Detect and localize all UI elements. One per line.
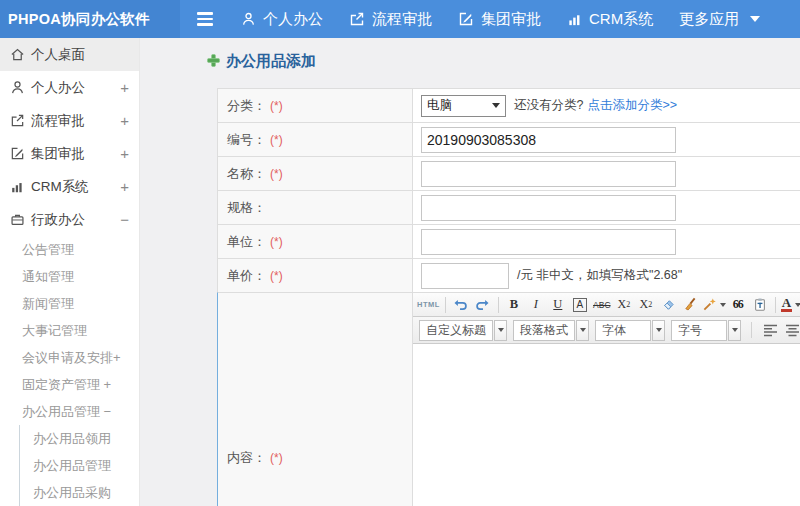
- flow-icon: [9, 113, 25, 128]
- sidebar-item-meeting-mgmt[interactable]: 会议申请及安排+: [0, 344, 139, 371]
- home-icon: [9, 47, 25, 62]
- editor-toolbar-row2: 自定义标题 段落格式 字体 字号: [413, 317, 800, 344]
- sidebar-item-announcement-mgmt[interactable]: 公告管理: [0, 236, 139, 263]
- bar-chart-icon: [567, 12, 582, 27]
- paragraph-format-dropdown[interactable]: 段落格式: [513, 320, 575, 341]
- hamburger-menu-icon[interactable]: [197, 12, 213, 26]
- sidebar-item-supplies-requisition[interactable]: 办公用品领用: [20, 425, 139, 452]
- sidebar-item-process-approval[interactable]: 流程审批 +: [0, 104, 139, 137]
- sidebar-item-admin-office[interactable]: 行政办公 −: [0, 203, 139, 236]
- category-label: 分类：: [227, 97, 266, 115]
- paste-text-clipboard-icon[interactable]: [750, 295, 770, 315]
- flow-icon: [349, 11, 365, 27]
- add-icon: [207, 53, 220, 70]
- app-logo: PHPOA协同办公软件: [0, 0, 180, 38]
- caret-down-icon: [750, 16, 760, 22]
- sidebar-item-news-mgmt[interactable]: 新闻管理: [0, 290, 139, 317]
- form-row-price: 单价： (*) /元 非中文，如填写格式"2.68": [217, 258, 800, 292]
- undo-icon[interactable]: [451, 295, 471, 315]
- form-row-name: 名称： (*): [217, 156, 800, 190]
- sidebar-item-supplies-manage[interactable]: 办公用品管理: [20, 452, 139, 479]
- price-input[interactable]: [421, 263, 509, 289]
- code-input[interactable]: [421, 127, 676, 153]
- top-nav: 个人办公 流程审批 集团审批 CRM系统 更多应用: [241, 10, 760, 29]
- sidebar-item-fixed-assets-mgmt[interactable]: 固定资产管理 +: [0, 371, 139, 398]
- italic-button[interactable]: I: [526, 295, 546, 315]
- add-category-link[interactable]: 点击添加分类>>: [587, 97, 677, 114]
- price-hint: /元 非中文，如填写格式"2.68": [517, 267, 682, 284]
- category-hint: 还没有分类?: [514, 97, 583, 114]
- bordered-text-button[interactable]: A: [570, 295, 590, 315]
- auto-typeset-wand-icon[interactable]: [702, 295, 726, 315]
- required-mark: (*): [270, 99, 283, 113]
- sidebar-item-notice-mgmt[interactable]: 通知管理: [0, 263, 139, 290]
- code-label: 编号：: [227, 131, 266, 149]
- page-title: 办公用品添加: [207, 52, 800, 71]
- custom-heading-dropdown[interactable]: 自定义标题: [419, 320, 493, 341]
- sidebar-item-personal-desktop[interactable]: 个人桌面: [0, 38, 139, 71]
- font-family-dropdown[interactable]: 字体: [595, 320, 651, 341]
- price-label: 单价：: [227, 267, 266, 285]
- sidebar-item-supplies-purchase[interactable]: 办公用品采购: [20, 479, 139, 506]
- form-row-spec: 规格：: [217, 190, 800, 224]
- form-row-content: 内容： (*) HTML B I U A AB: [217, 292, 800, 506]
- sidebar-item-office-supplies-mgmt[interactable]: 办公用品管理 −: [0, 398, 139, 425]
- underline-button[interactable]: U: [548, 295, 568, 315]
- strikethrough-button[interactable]: ABC: [592, 295, 612, 315]
- required-mark: (*): [270, 235, 283, 249]
- category-select[interactable]: 电脑: [421, 95, 506, 117]
- font-color-button[interactable]: A: [781, 295, 800, 315]
- spec-input[interactable]: [421, 195, 676, 221]
- sidebar: 个人桌面 个人办公 + 流程审批 + 集团审批 + CRM系统 + 行政办公 −…: [0, 38, 140, 506]
- editor-content[interactable]: [413, 344, 800, 506]
- nav-process-approval[interactable]: 流程审批: [349, 10, 432, 29]
- form-row-code: 编号： (*): [217, 122, 800, 156]
- required-mark: (*): [270, 133, 283, 147]
- bar-chart-icon: [9, 180, 25, 194]
- form-row-unit: 单位： (*): [217, 224, 800, 258]
- unit-label: 单位：: [227, 233, 266, 251]
- name-input[interactable]: [421, 161, 676, 187]
- sidebar-item-events-mgmt[interactable]: 大事记管理: [0, 317, 139, 344]
- main-content: 办公用品添加 分类： (*) 电脑 还没有分类? 点击添加分类>> 编号： (*…: [140, 38, 800, 506]
- unit-input[interactable]: [421, 229, 676, 255]
- admin-office-submenu: 公告管理 通知管理 新闻管理 大事记管理 会议申请及安排+ 固定资产管理 + 办…: [0, 236, 139, 506]
- required-mark: (*): [270, 167, 283, 181]
- edit-icon: [458, 11, 474, 27]
- align-left-icon[interactable]: [760, 320, 780, 340]
- format-painter-brush-icon[interactable]: [680, 295, 700, 315]
- user-icon: [241, 11, 256, 27]
- redo-icon[interactable]: [473, 295, 493, 315]
- font-size-dropdown[interactable]: 字号: [671, 320, 727, 341]
- nav-crm[interactable]: CRM系统: [567, 10, 653, 29]
- superscript-button[interactable]: X2: [614, 295, 634, 315]
- editor-toolbar-row1: HTML B I U A ABC X2 X2: [413, 293, 800, 317]
- bold-button[interactable]: B: [504, 295, 524, 315]
- briefcase-icon: [9, 212, 25, 227]
- spec-label: 规格：: [227, 199, 266, 217]
- nav-personal-office[interactable]: 个人办公: [241, 10, 323, 29]
- add-supplies-form: 分类： (*) 电脑 还没有分类? 点击添加分类>> 编号： (*): [217, 88, 800, 506]
- required-mark: (*): [270, 451, 283, 465]
- select-caret-icon: [492, 103, 500, 108]
- sidebar-item-crm[interactable]: CRM系统 +: [0, 170, 139, 203]
- edit-icon: [9, 146, 25, 161]
- form-row-category: 分类： (*) 电脑 还没有分类? 点击添加分类>>: [217, 88, 800, 122]
- nav-group-approval[interactable]: 集团审批: [458, 10, 541, 29]
- sidebar-item-personal-office[interactable]: 个人办公 +: [0, 71, 139, 104]
- nav-more-apps[interactable]: 更多应用: [679, 10, 760, 29]
- office-supplies-submenu: 办公用品领用 办公用品管理 办公用品采购: [19, 425, 139, 506]
- sidebar-item-group-approval[interactable]: 集团审批 +: [0, 137, 139, 170]
- align-center-icon[interactable]: [782, 320, 800, 340]
- blockquote-button[interactable]: 66: [728, 295, 748, 315]
- eraser-icon[interactable]: [658, 295, 678, 315]
- name-label: 名称：: [227, 165, 266, 183]
- html-source-button[interactable]: HTML: [417, 295, 440, 315]
- top-bar: PHPOA协同办公软件 个人办公 流程审批 集团审批 CRM系统 更多应用: [0, 0, 800, 38]
- user-icon: [9, 80, 25, 95]
- subscript-button[interactable]: X2: [636, 295, 656, 315]
- required-mark: (*): [270, 269, 283, 283]
- rich-text-editor: HTML B I U A ABC X2 X2: [413, 293, 800, 506]
- content-label: 内容：: [227, 449, 266, 467]
